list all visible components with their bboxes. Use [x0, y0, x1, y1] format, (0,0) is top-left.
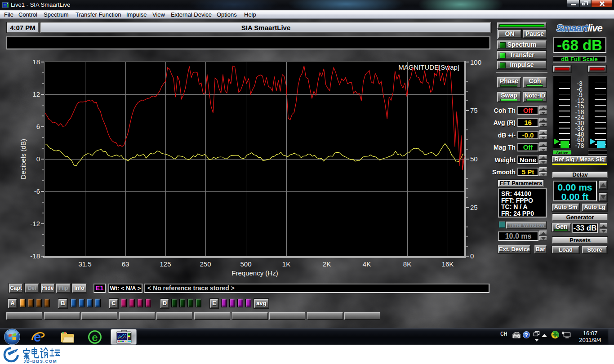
svg-text:MAGNITUDE[Swap]: MAGNITUDE[Swap] — [398, 63, 459, 71]
svg-text:125: 125 — [160, 260, 171, 268]
svg-text:12: 12 — [32, 90, 40, 98]
svg-text:e: e — [92, 331, 98, 343]
svg-text:Frequency (Hz): Frequency (Hz) — [231, 269, 278, 277]
svg-text:-12: -12 — [30, 220, 40, 227]
svg-text:1K: 1K — [282, 260, 290, 268]
svg-text:16K: 16K — [442, 260, 454, 268]
svg-text:25: 25 — [470, 204, 478, 211]
svg-text:-6: -6 — [34, 187, 40, 195]
svg-text:18: 18 — [32, 58, 40, 66]
svg-text:0: 0 — [36, 155, 40, 163]
svg-text:100: 100 — [470, 58, 481, 66]
svg-text:6: 6 — [36, 123, 40, 130]
svg-text:250: 250 — [200, 260, 211, 268]
svg-text:75: 75 — [470, 107, 478, 114]
svg-text:31.5: 31.5 — [78, 260, 91, 268]
svg-text:JD-BBS.COM: JD-BBS.COM — [23, 359, 57, 363]
svg-text:0: 0 — [470, 252, 474, 260]
svg-text:2K: 2K — [323, 260, 331, 268]
svg-text:50: 50 — [470, 155, 478, 163]
svg-text:63: 63 — [122, 260, 129, 268]
svg-text:4K: 4K — [363, 260, 371, 268]
svg-text:Decibels (dB): Decibels (dB) — [19, 139, 27, 179]
svg-text:8K: 8K — [403, 260, 411, 268]
svg-text:500: 500 — [240, 260, 251, 268]
svg-text:-18: -18 — [30, 252, 40, 260]
